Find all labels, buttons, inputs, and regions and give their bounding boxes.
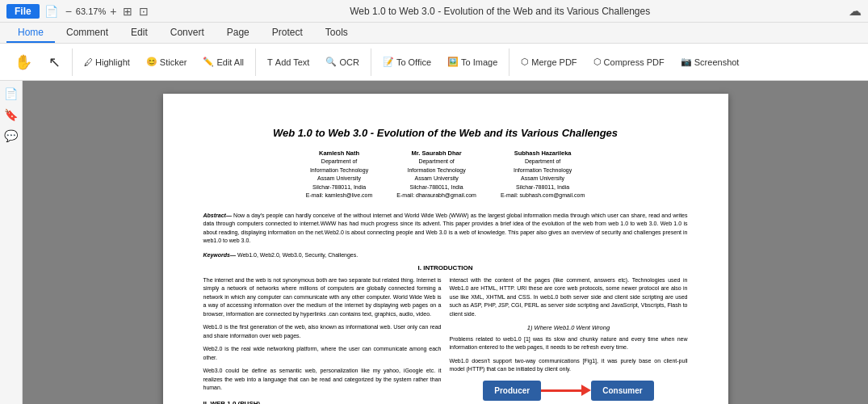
pdf-area[interactable]: Web 1.0 to Web 3.0 - Evolution of the We… [23,81,868,404]
doc-title: Web 1.0 to Web 3.0 - Evolution of the We… [203,126,688,141]
main-area: 📄 🔖 💬 Web 1.0 to Web 3.0 - Evolution of … [0,81,868,404]
select-tool-button[interactable]: ↖ [42,50,67,74]
author-1-uni: Assam University [306,175,373,183]
author-1-city: Silchar-788011, India [306,183,373,192]
zoom-in-button[interactable]: + [107,4,119,19]
highlight-label: Highlight [95,57,130,67]
author-1-name: Kamlesh Nath [306,149,373,158]
tab-page[interactable]: Page [216,23,261,43]
tab-edit[interactable]: Edit [120,23,159,43]
add-text-label: Add Text [275,57,310,67]
author-2: Mr. Saurabh Dhar Department of Informati… [396,149,476,200]
to-image-icon: 🖼️ [447,57,459,67]
author-2-email: E-mail: dharaurabh@gmail.com [396,191,476,200]
cloud-icon: ☁ [849,3,862,19]
author-1-dept: Department of [306,158,373,166]
screenshot-button[interactable]: 📷 Screenshot [674,53,746,70]
separator-3 [371,48,371,76]
to-office-icon: 📝 [383,57,394,67]
intro-text-4: Web3.0 could be define as semantic web, … [203,367,442,393]
zoom-level: 63.17% [76,6,106,16]
zoom-page-button[interactable]: ⊡ [136,4,151,19]
sidebar-bookmark-icon[interactable]: 🔖 [4,108,18,121]
file-menu[interactable]: File [6,4,40,19]
to-office-button[interactable]: 📝 To Office [376,53,438,70]
to-image-button[interactable]: 🖼️ To Image [441,53,504,70]
sticker-icon: 😊 [146,57,157,67]
compress-pdf-icon-row: ⬡ Compress PDF [593,57,665,67]
intro-text-3: Web2.0 is the real wide networking platf… [203,345,442,362]
title-bar: File 📄 − 63.17% + ⊞ ⊡ Web 1.0 to Web 3.0… [0,0,868,23]
author-2-uni: Assam University [396,175,476,183]
author-3-email: E-mail: subhash.com@gmail.com [501,191,585,200]
ocr-icon: 🔍 [325,57,337,67]
title-right: ☁ [849,3,862,19]
right-col-1-text: interact with the content of the pages (… [450,276,688,319]
highlight-icon-row: 🖊 Highlight [84,57,130,67]
tab-protect[interactable]: Protect [261,23,314,43]
merge-pdf-label: Merge PDF [531,57,577,67]
pdf-page: Web 1.0 to Web 3.0 - Evolution of the We… [163,94,728,404]
edit-all-button[interactable]: ✏️ Edit All [196,53,250,70]
screenshot-icon: 📷 [681,57,692,67]
diagram-container: Producer Consumer [450,381,688,401]
compress-pdf-button[interactable]: ⬡ Compress PDF [587,53,671,70]
arrow-line [541,385,591,396]
merge-pdf-button[interactable]: ⬡ Merge PDF [514,53,583,70]
edit-all-icon: ✏️ [203,57,214,67]
zoom-out-button[interactable]: − [63,4,74,19]
author-1-email: E-mail: kamlesh@live.com [306,191,373,200]
section3-header: 1) Where Web1.0 Went Wrong [450,323,688,332]
cursor-icon: ↖ [48,53,61,71]
highlight-icon: 🖊 [84,57,93,67]
screenshot-icon-row: 📷 Screenshot [681,57,740,67]
keywords-label: Keywords— [203,252,236,258]
compress-pdf-label: Compress PDF [604,57,665,67]
tab-convert[interactable]: Convert [159,23,216,43]
add-text-icon: T [267,57,273,67]
sticker-button[interactable]: 😊 Sticker [140,53,194,70]
add-text-button[interactable]: T Add Text [261,54,316,70]
edit-all-label: Edit All [216,57,244,67]
add-text-icon-row: T Add Text [267,57,309,67]
ocr-button[interactable]: 🔍 OCR [319,53,365,70]
sticker-label: Sticker [160,57,187,67]
author-2-subject: Information Technology [396,166,476,175]
to-image-icon-row: 🖼️ To Image [447,57,497,67]
author-3-subject: Information Technology [501,166,585,175]
hand-tool-button[interactable]: ✋ [8,50,39,74]
window-title: Web 1.0 to Web 3.0 - Evolution of the We… [151,6,849,17]
keywords-line: Keywords— Web1.0, Web2.0, Web3.0, Securi… [203,252,688,258]
doc-icon: 📄 [44,5,58,18]
sidebar-comment-icon[interactable]: 💬 [4,129,18,142]
keywords-text: Web1.0, Web2.0, Web3.0, Security, Challe… [237,252,358,258]
highlight-button[interactable]: 🖊 Highlight [78,54,136,70]
arrow-shaft [541,389,581,392]
sticker-icon-row: 😊 Sticker [146,57,187,67]
section-2-title: II. WEB 1.0 (PUSH) [203,399,442,404]
zoom-fit-button[interactable]: ⊞ [120,4,135,19]
edit-all-icon-row: ✏️ Edit All [203,57,244,67]
author-1-subject: Information Technology [306,166,373,175]
author-2-name: Mr. Saurabh Dhar [396,149,476,158]
section-1-title: I. INTRODUCTION [203,264,688,271]
sidebar-page-icon[interactable]: 📄 [4,87,18,100]
tab-comment[interactable]: Comment [55,23,120,43]
consumer-box: Consumer [591,381,653,401]
toolbar: ✋ ↖ 🖊 Highlight 😊 Sticker ✏️ Edit All T … [0,44,868,81]
author-3: Subhash Hazarileka Department of Informa… [501,149,585,200]
intro-col-1: The internet and the web is not synonymo… [203,276,442,404]
section3-text2: Web1.0 doesn't support two-way communica… [450,357,688,374]
two-col-intro: The internet and the web is not synonymo… [203,276,688,404]
abstract-section: Abstract— Now a day's people can hardly … [203,212,688,246]
tab-home[interactable]: Home [6,23,55,43]
author-3-uni: Assam University [501,175,585,183]
left-sidebar: 📄 🔖 💬 [0,81,23,404]
merge-pdf-icon: ⬡ [521,57,529,67]
intro-col-2: interact with the content of the pages (… [450,276,688,404]
author-3-dept: Department of [501,158,585,166]
author-3-city: Silchar-788011, India [501,183,585,192]
tab-tools[interactable]: Tools [314,23,359,43]
ocr-label: OCR [339,57,359,67]
author-3-name: Subhash Hazarileka [501,149,585,158]
